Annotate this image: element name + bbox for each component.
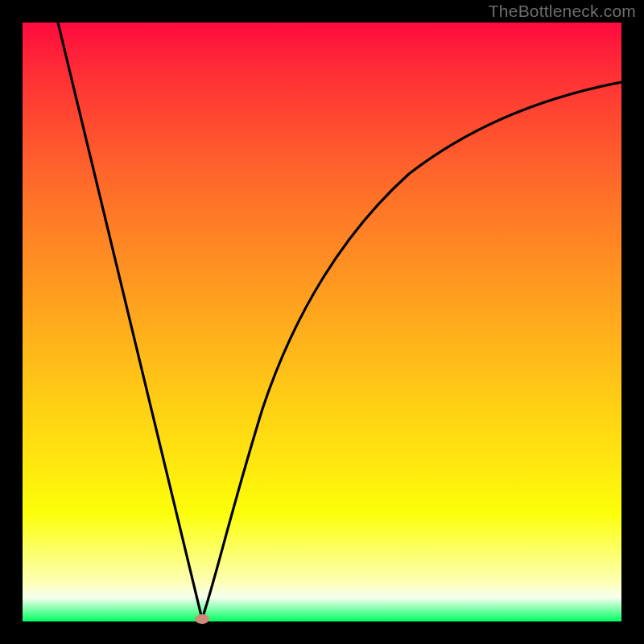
- plot-area: [23, 23, 621, 621]
- chart-frame: TheBottleneck.com: [0, 0, 644, 644]
- curve-left-branch: [58, 23, 202, 619]
- curve-right-branch: [202, 82, 621, 619]
- watermark-text: TheBottleneck.com: [489, 2, 636, 21]
- minimum-marker: [195, 614, 209, 624]
- bottleneck-curve: [23, 23, 621, 621]
